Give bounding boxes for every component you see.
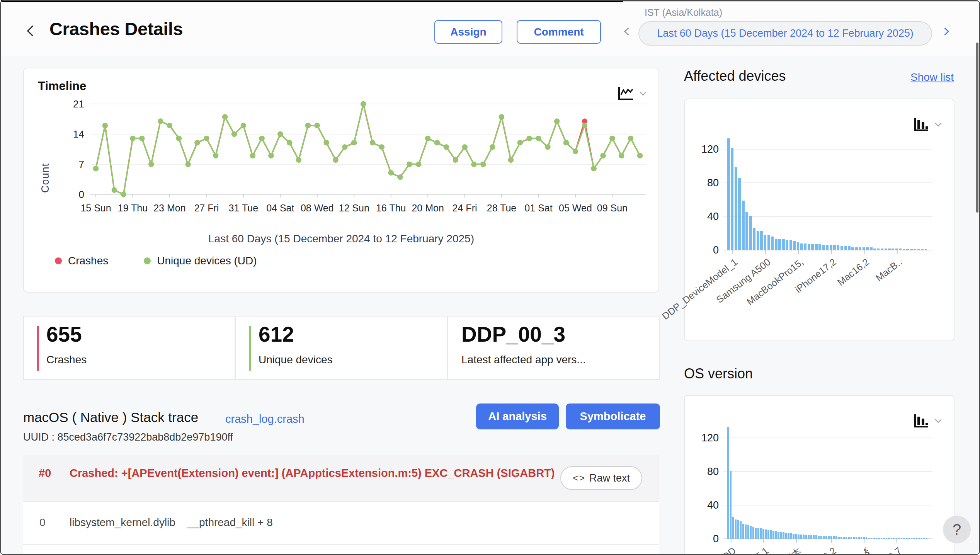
timeline-point[interactable] (609, 136, 615, 141)
bar[interactable] (785, 533, 787, 539)
bar[interactable] (772, 531, 774, 539)
bar[interactable] (914, 249, 916, 250)
bar[interactable] (892, 249, 894, 250)
bar[interactable] (881, 538, 883, 539)
timeline-point[interactable] (287, 140, 292, 145)
timeline-point[interactable] (351, 140, 357, 145)
timeline-point[interactable] (250, 153, 255, 158)
bar[interactable] (903, 249, 905, 250)
timeline-point[interactable] (416, 162, 421, 167)
bar[interactable] (851, 537, 852, 539)
timeline-point[interactable] (231, 131, 237, 137)
bar[interactable] (745, 212, 748, 250)
bar[interactable] (891, 538, 893, 539)
date-next-button[interactable] (942, 29, 948, 36)
bar[interactable] (873, 538, 875, 539)
bar[interactable] (749, 216, 752, 250)
bar[interactable] (790, 533, 792, 539)
date-prev-button[interactable] (625, 29, 631, 36)
bar[interactable] (888, 249, 891, 250)
bar[interactable] (851, 247, 854, 250)
bar[interactable] (789, 240, 792, 250)
bar[interactable] (813, 535, 815, 539)
bar[interactable] (911, 538, 913, 539)
bar[interactable] (805, 535, 807, 539)
crash-log-link[interactable]: crash_log.crash (225, 413, 305, 426)
timeline-point[interactable] (315, 123, 320, 128)
timeline-point[interactable] (563, 140, 569, 145)
bar[interactable] (764, 235, 767, 250)
timeline-point[interactable] (259, 136, 265, 141)
assign-button[interactable]: Assign (434, 20, 502, 44)
bar[interactable] (735, 167, 737, 250)
timeline-point[interactable] (471, 162, 476, 167)
timeline-point[interactable] (480, 162, 486, 167)
bar[interactable] (818, 244, 821, 250)
bar[interactable] (918, 538, 920, 539)
bar[interactable] (760, 528, 762, 539)
timeline-point[interactable] (213, 153, 218, 158)
bar[interactable] (876, 538, 878, 539)
bar[interactable] (798, 535, 800, 539)
bar[interactable] (808, 244, 810, 250)
bar[interactable] (800, 535, 802, 539)
timeline-point[interactable] (582, 123, 587, 128)
bar[interactable] (855, 247, 858, 250)
timeline-point[interactable] (158, 119, 163, 124)
timeline-point[interactable] (508, 157, 514, 163)
bar[interactable] (818, 536, 820, 539)
timeline-point[interactable] (148, 162, 154, 167)
timeline-point[interactable] (499, 114, 504, 119)
bar[interactable] (925, 249, 927, 250)
bar[interactable] (767, 530, 769, 539)
bar[interactable] (808, 535, 810, 539)
timeline-point[interactable] (112, 187, 117, 193)
timeline-point[interactable] (204, 136, 209, 141)
bar[interactable] (783, 532, 784, 539)
timeline-point[interactable] (324, 140, 329, 145)
bar[interactable] (840, 537, 842, 539)
timeline-point[interactable] (361, 101, 366, 107)
timeline-point[interactable] (388, 170, 394, 175)
bar[interactable] (778, 532, 779, 539)
timeline-point[interactable] (93, 166, 99, 171)
bar[interactable] (923, 538, 925, 539)
bar[interactable] (921, 538, 923, 539)
timeline-point[interactable] (554, 119, 560, 124)
timeline-point[interactable] (407, 162, 412, 167)
bar[interactable] (782, 239, 785, 250)
timeline-point[interactable] (444, 144, 449, 150)
timeline-point[interactable] (296, 157, 301, 163)
bar[interactable] (886, 538, 888, 539)
timeline-point[interactable] (268, 153, 274, 158)
bar[interactable] (833, 536, 835, 539)
timeline-chart[interactable]: 07142115 Sun19 Thu23 Mon27 Fri31 Tue04 S… (66, 99, 650, 220)
affected-devices-chart[interactable]: 04080120 (696, 134, 936, 256)
timeline-point[interactable] (342, 144, 347, 150)
date-range-selector[interactable]: Last 60 Days (15 December 2024 to 12 Feb… (638, 21, 932, 46)
bar[interactable] (840, 246, 843, 250)
timeline-point[interactable] (536, 136, 541, 141)
timeline-point[interactable] (370, 140, 375, 145)
bar[interactable] (757, 231, 759, 250)
bar[interactable] (848, 537, 850, 539)
timeline-point[interactable] (130, 136, 136, 141)
bar[interactable] (913, 538, 915, 539)
bar[interactable] (903, 538, 905, 539)
timeline-point[interactable] (619, 153, 624, 158)
timeline-point[interactable] (195, 140, 200, 145)
bar[interactable] (899, 249, 902, 250)
bar[interactable] (901, 538, 903, 539)
bar[interactable] (868, 538, 870, 539)
bar[interactable] (775, 239, 778, 250)
bar[interactable] (830, 245, 832, 250)
bar[interactable] (752, 527, 754, 539)
bar[interactable] (793, 241, 796, 250)
timeline-point[interactable] (305, 123, 311, 128)
bar[interactable] (747, 525, 749, 539)
timeline-point[interactable] (517, 140, 523, 145)
bar[interactable] (823, 536, 825, 539)
bar[interactable] (800, 243, 803, 250)
legend-item[interactable]: Crashes (55, 255, 108, 267)
bar[interactable] (848, 246, 851, 250)
